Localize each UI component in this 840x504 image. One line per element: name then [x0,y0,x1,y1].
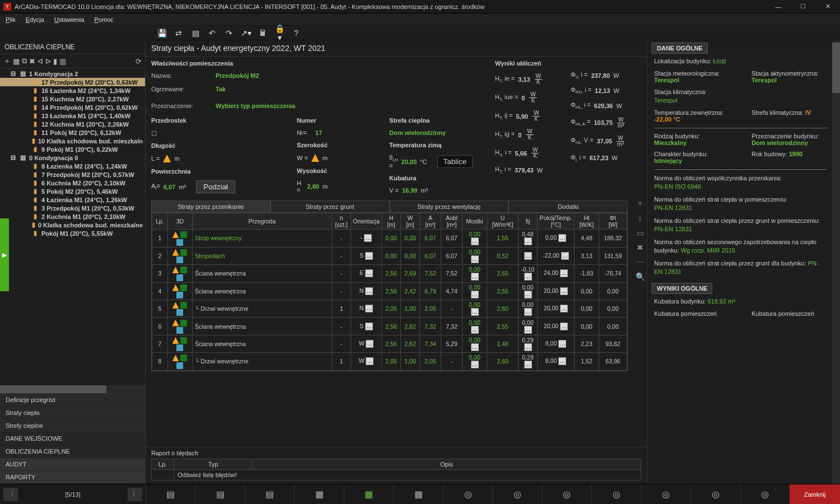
menu-file[interactable]: Plik [6,16,16,23]
kub-value[interactable]: 16,99 [402,187,418,194]
sb-icon-12[interactable]: ◎ [690,484,740,504]
nav-fwd-icon[interactable]: ᐅ [45,57,51,66]
tree-item[interactable]: ▮Pokój M1 (20°C), 5,55kW [0,229,145,237]
grid-header[interactable]: Ht [W/K] [575,213,599,230]
right-scrollbar[interactable] [832,40,840,484]
nav-back-icon[interactable]: ᐊ [38,57,43,66]
help-icon[interactable]: ? [291,29,301,38]
tree-item[interactable]: ▮9 Pokój M1 (20°C), 6,22kW [0,145,145,153]
sb-icon-7[interactable]: ◎ [443,484,492,504]
grid-header[interactable]: H [m] [382,213,401,230]
grid-header[interactable]: Pokój/Temp. [°C] [538,213,575,230]
side-nav-item[interactable]: RAPORTY [0,471,145,484]
temp-picker[interactable]: … [560,269,568,277]
tree-item[interactable]: ▮6 Kuchnia M2 (20°C), 2,10kW [0,179,145,187]
toggle-icon[interactable]: ⊟ [9,154,17,161]
mostki-picker[interactable]: … [471,255,479,263]
sb-icon-11[interactable]: ◎ [641,484,690,504]
przeznaczenie-value[interactable]: Wybierz typ pomieszczenia [216,102,295,109]
nav-next-button[interactable]: 〉 [128,488,142,501]
tree-item[interactable]: ▮12 Kuchnia M1 (20°C), 2,26kW [0,120,145,128]
sb-icon-3[interactable]: ▤ [245,484,294,504]
sb-icon-9[interactable]: ◎ [542,484,591,504]
sb-icon-6[interactable]: ▦ [393,484,442,504]
tree-item[interactable]: ▮14 Przedpokój M1 (20°C), 0,62kW [0,103,145,111]
tab-dodatki[interactable]: Dodatki [508,200,628,213]
sb-icon-10[interactable]: ◎ [591,484,641,504]
group-icon[interactable]: ▥ [59,57,66,66]
refresh-icon[interactable]: ⟳ [136,57,142,66]
add-icon[interactable]: ＋ [3,56,11,66]
tree-item[interactable]: ▮17 Przedpokój M2 (20°C), 0,63kW [0,78,145,86]
doc-icon[interactable]: ▤ [190,29,200,38]
grid-header[interactable]: U [W/m²K] [487,213,519,230]
redo-icon[interactable]: ↷ [224,29,234,38]
sb-icon-1[interactable]: ▤ [146,484,195,504]
export-dropdown-icon[interactable]: ↗▾ [241,29,251,38]
table-row[interactable]: 8└ Drzwi wewnętrzne1W …2,051,002,05-0,00… [152,353,627,370]
mostki-picker[interactable]: … [471,291,479,298]
orient-picker[interactable]: … [365,269,373,277]
przedrostek-input[interactable]: ▢ [151,129,235,137]
tree-item[interactable]: ▮2 Kuchnia M1 (20°C), 2,10kW [0,212,145,221]
fij-picker[interactable]: … [524,326,532,334]
orient-picker[interactable]: … [365,305,373,312]
fij-picker[interactable]: … [524,237,532,245]
tree-item[interactable]: ▮0 Klatka schodowa bud. mieszkalne [0,221,145,229]
mostki-picker[interactable]: … [471,273,479,281]
grid-move-icon[interactable]: ↕ [638,214,642,223]
grid-add-icon[interactable]: ＋ [636,198,644,208]
orient-picker[interactable]: … [364,234,372,242]
ogrzewane-value[interactable]: Tak [216,86,226,92]
lock-icon[interactable]: 🔒▾ [274,24,284,42]
grid-header[interactable]: Przegroda [193,213,332,230]
menu-help[interactable]: Pomoc [95,16,114,23]
minimize-button[interactable]: — [766,0,791,13]
side-nav-item[interactable]: OBLICZENIA CIEPLNE [0,445,145,458]
mostki-picker[interactable]: … [471,343,479,351]
save-icon[interactable]: 💾 [157,29,167,38]
mostki-picker[interactable]: … [471,326,479,334]
grid-header[interactable]: fij [519,213,538,230]
table-row[interactable]: 1Strop wewnętrzny-- …0,000,006,076,070,0… [152,230,627,247]
tree-item[interactable]: ▮3 Przedpokój M1 (20°C), 0,53kW [0,204,145,212]
grid-header[interactable]: Mostki [463,213,487,230]
temp-picker[interactable]: … [560,323,568,330]
tab-przenikanie[interactable]: Straty przez przenikanie [151,200,270,213]
tree-item[interactable]: ▮11 Pokój M2 (20°C), 6,12kW [0,128,145,137]
grid-delete-icon[interactable]: ✖ [637,243,643,252]
table-row[interactable]: 5└ Drzwi wewnętrzne1N …2,051,002,05-0,00… [152,300,627,317]
tree-item[interactable]: ▮16 Łazienka M2 (24°C), 1,34kW [0,86,145,95]
maximize-button[interactable]: ☐ [791,0,815,13]
fij-picker[interactable]: … [524,252,532,260]
sb-icon-4[interactable]: ▦ [294,484,343,504]
nav-prev-button[interactable]: 〈 [3,488,18,501]
fij-picker[interactable]: … [524,361,532,368]
grid-header[interactable]: Φt [W] [599,213,627,230]
side-nav-item[interactable]: DANE WEJŚCIOWE [0,432,145,445]
tablice-button[interactable]: Tablice [437,155,473,168]
tree-item[interactable]: ⊟▥0 Kondygnacja 0 [0,153,145,162]
new-doc-icon[interactable]: ▦ [13,57,20,66]
tree-item[interactable]: ▮8 Łazienka M2 (24°C), 1,24kW [0,162,145,170]
sb-icon-8[interactable]: ◎ [492,484,542,504]
fij-picker[interactable]: … [524,308,532,316]
grid-search-icon[interactable]: 🔍 [636,272,645,281]
table-row[interactable]: 2Stropodach-S …0,000,006,076,070,00 …0,5… [152,247,627,264]
grid-header[interactable]: W [m] [401,213,420,230]
nazwa-value[interactable]: Przedpokój M2 [216,72,259,79]
side-nav-item[interactable]: Straty ciepła [0,407,145,419]
side-nav-item[interactable]: AUDYT [0,458,145,471]
room-tree[interactable]: ⊟▥1 Kondygnacja 2▮17 Przedpokój M2 (20°C… [0,68,145,385]
fire-icon[interactable]: ▮ [53,57,57,66]
grid-door-icon[interactable]: ▭ [637,228,644,237]
copy-icon[interactable]: ⧉ [22,57,27,66]
tree-item[interactable]: ▮13 Łazienka M1 (24°C), 1,40kW [0,111,145,120]
temp-picker[interactable]: … [558,234,566,242]
fij-picker[interactable]: … [524,291,532,298]
temp-value[interactable]: 20,00 [402,158,417,165]
toggle-icon[interactable]: ⊟ [9,70,17,77]
orient-picker[interactable]: … [366,340,374,348]
sb-icon-13[interactable]: ◎ [740,484,790,504]
error-table[interactable]: Lp.TypOpis Odśwież listę błędów! [151,459,641,480]
